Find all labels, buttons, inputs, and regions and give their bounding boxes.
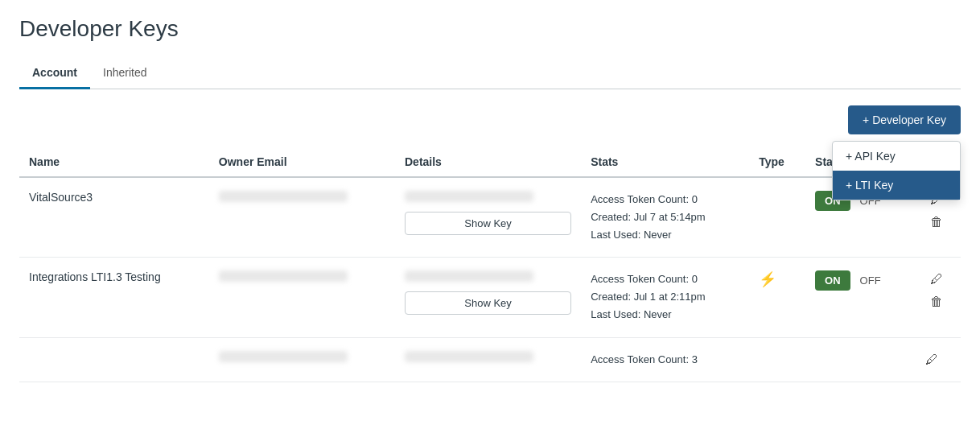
key-owner-email: [209, 177, 395, 258]
key-details: Show Key: [395, 178, 581, 248]
col-details: Details: [395, 147, 581, 177]
table-row: Access Token Count: 3 🖊: [19, 337, 961, 382]
key-name: [19, 337, 209, 382]
col-type: Type: [749, 147, 805, 177]
key-actions: 🖊: [912, 337, 961, 382]
key-details: Show Key: [395, 258, 581, 328]
table-row: VitalSource3 Show Key Access Token Count…: [19, 177, 961, 258]
key-type: [749, 177, 805, 258]
add-api-key-item[interactable]: + API Key: [833, 142, 960, 171]
edit-icon-button[interactable]: 🖊: [927, 270, 946, 288]
tab-account[interactable]: Account: [19, 58, 90, 89]
key-owner-email: [209, 258, 395, 337]
key-name: Integrations LTI1.3 Testing: [19, 258, 209, 337]
delete-icon-button[interactable]: 🗑: [927, 213, 946, 231]
key-state: ON OFF: [805, 258, 912, 337]
owner-email-blurred: [219, 270, 348, 282]
delete-icon-button[interactable]: 🗑: [927, 293, 946, 311]
key-actions: 🖊 🗑: [912, 258, 961, 337]
state-on-button[interactable]: ON: [815, 270, 850, 291]
owner-email-blurred: [219, 191, 348, 202]
key-stats: Access Token Count: 0 Created: Jul 7 at …: [581, 177, 749, 258]
key-value-blurred: [405, 351, 533, 362]
tab-inherited[interactable]: Inherited: [90, 58, 159, 89]
add-developer-key-button[interactable]: + Developer Key: [848, 105, 961, 134]
key-details: [395, 338, 581, 375]
key-type: [749, 337, 805, 382]
key-stats: Access Token Count: 3: [581, 337, 749, 382]
table-row: Integrations LTI1.3 Testing Show Key Acc…: [19, 258, 961, 337]
key-value-blurred: [405, 270, 533, 282]
key-value-blurred: [405, 191, 533, 202]
state-off-label: OFF: [860, 274, 881, 287]
keys-table: Name Owner Email Details Stats Type Stat…: [19, 147, 961, 382]
col-name: Name: [19, 147, 209, 177]
key-state: [805, 337, 912, 382]
key-owner-email: [209, 337, 395, 382]
key-name: VitalSource3: [19, 177, 209, 258]
tab-bar: Account Inherited: [19, 58, 961, 89]
add-lti-key-item[interactable]: + LTI Key: [833, 171, 960, 200]
show-key-button[interactable]: Show Key: [405, 212, 571, 235]
page-title: Developer Keys: [19, 16, 961, 42]
developer-key-dropdown: + API Key + LTI Key: [832, 141, 961, 200]
owner-email-blurred: [219, 351, 348, 362]
show-key-button[interactable]: Show Key: [405, 291, 571, 315]
edit-icon-button[interactable]: 🖊: [922, 351, 941, 369]
col-stats: Stats: [581, 147, 749, 177]
col-owner-email: Owner Email: [209, 147, 395, 177]
key-stats: Access Token Count: 0 Created: Jul 1 at …: [581, 258, 749, 337]
toolbar: + Developer Key + API Key + LTI Key: [19, 105, 961, 134]
key-type: ⚡: [749, 258, 805, 337]
developer-keys-page: Developer Keys Account Inherited + Devel…: [0, 0, 980, 398]
lti-type-icon: ⚡: [759, 271, 776, 287]
